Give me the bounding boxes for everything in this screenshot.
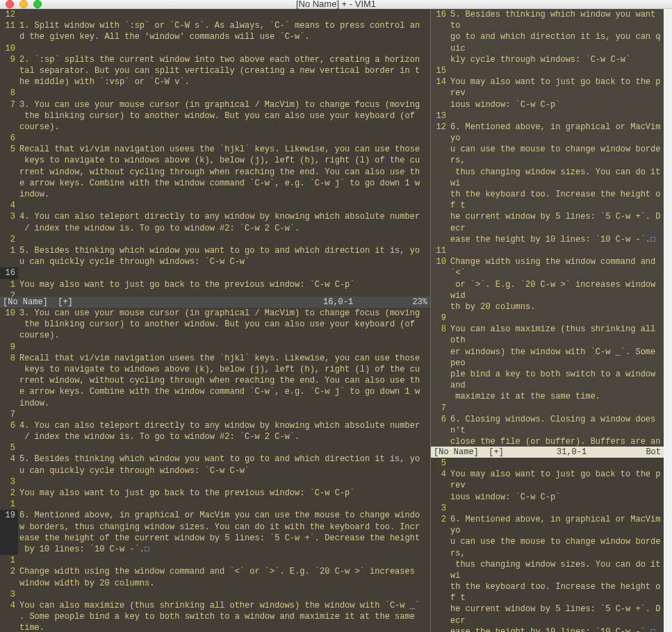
editor-line[interactable]: the blinking cursor) to another window. … <box>0 110 429 122</box>
editor-line[interactable]: 1You may also want to just go back to th… <box>0 279 429 290</box>
line-text[interactable]: You may also want to just go back to the… <box>449 469 662 491</box>
editor-line[interactable]: . Some people bind a key to both switch … <box>0 611 429 622</box>
line-text[interactable] <box>18 409 429 420</box>
editor-line[interactable]: kly cycle through windows: `C-w C-w` <box>431 54 662 65</box>
line-text[interactable] <box>449 65 662 76</box>
line-text[interactable]: go to and which direction it is, you can… <box>449 31 662 53</box>
editor-line[interactable]: u can use the mouse to change window bor… <box>431 144 662 166</box>
line-text[interactable]: thus changing window sizes. You can do i… <box>449 559 662 581</box>
line-text[interactable] <box>449 110 662 122</box>
editor-line[interactable]: th the keyboard too. Increase the height… <box>431 189 662 211</box>
editor-line[interactable]: or `>`. E.g. `20 C-w >` increases window… <box>431 279 662 301</box>
line-text[interactable]: the blinking cursor) to another window. … <box>18 110 429 122</box>
line-text[interactable]: ious window: `C-w C-p` <box>449 492 662 503</box>
line-text[interactable] <box>18 476 429 488</box>
line-text[interactable]: indow. <box>18 189 429 200</box>
editor-line[interactable]: course). <box>0 330 429 341</box>
line-text[interactable] <box>449 503 662 514</box>
editor-line[interactable]: 196. Mentioned above, in graphical or Ma… <box>0 510 429 521</box>
line-text[interactable]: Change width using the window command an… <box>18 566 429 577</box>
editor-line[interactable]: indow. <box>0 189 429 200</box>
line-text[interactable] <box>18 9 429 20</box>
line-text[interactable]: 6. Mentioned above, in graphical or MacV… <box>18 510 429 521</box>
minimize-icon[interactable] <box>19 0 28 8</box>
line-text[interactable] <box>18 442 429 454</box>
line-text[interactable]: u can use the mouse to change window bor… <box>449 536 662 558</box>
editor-line[interactable]: 2 <box>0 290 429 297</box>
line-text[interactable]: th the keyboard too. Increase the height… <box>449 581 662 604</box>
line-text[interactable]: 4. You can also teleport directly to any… <box>18 211 429 222</box>
editor-line[interactable]: e arrow keys. Combine with the window co… <box>0 386 429 397</box>
line-text[interactable]: ious window: `C-w C-p` <box>449 99 662 110</box>
line-text[interactable]: close the file (or buffer). Buffers are … <box>449 436 662 447</box>
line-text[interactable]: You can also maximize (thus shrinking al… <box>18 600 429 611</box>
editor-line[interactable]: 111. Split window with `:sp` or `C-W s`.… <box>0 20 429 31</box>
line-text[interactable] <box>18 555 429 566</box>
text-area[interactable]: 54You may also want to just go back to t… <box>431 458 664 632</box>
line-text[interactable]: 5. Besides thinking which window you wan… <box>449 9 662 31</box>
editor-line[interactable]: 10Change width using the window command … <box>431 256 662 278</box>
editor-line[interactable]: keys to navigate to windows above (k), b… <box>0 364 429 375</box>
line-text[interactable] <box>18 234 429 245</box>
line-text[interactable]: 2. `:sp` splits the current window into … <box>18 54 429 65</box>
editor-line[interactable]: w borders, thus changing window sizes. Y… <box>0 522 429 533</box>
editor-line[interactable]: ease the height by 10 lines: `10 C-w -`.… <box>431 626 662 632</box>
line-text[interactable]: rrent window, without cycling through wh… <box>18 167 429 178</box>
scrollbar[interactable] <box>664 9 672 632</box>
line-text[interactable]: keys to navigate to windows above (k), b… <box>18 155 429 166</box>
line-text[interactable] <box>449 458 662 469</box>
line-text[interactable]: ease the height by 10 lines: `10 C-w -`.… <box>449 234 662 245</box>
line-text[interactable]: ease the height by 10 lines: `10 C-w -`.… <box>449 626 662 632</box>
line-text[interactable]: course). <box>18 122 429 133</box>
editor-line[interactable]: go to and which direction it is, you can… <box>431 31 662 53</box>
editor-line[interactable]: 2 <box>0 234 429 245</box>
editor-line[interactable]: close the file (or buffer). Buffers are … <box>431 436 662 447</box>
editor-line[interactable]: keys to navigate to windows above (k), b… <box>0 155 429 166</box>
text-area[interactable]: 103. You can use your mouse cursor (in g… <box>0 308 430 632</box>
line-text[interactable]: ease the height of the current window by… <box>18 533 429 544</box>
line-text[interactable]: 5. Besides thinking which window you wan… <box>18 245 429 256</box>
line-text[interactable]: You may also want to just go back to the… <box>449 76 662 99</box>
zoom-icon[interactable] <box>33 0 42 8</box>
line-text[interactable]: time. <box>18 622 429 632</box>
line-text[interactable]: he middle) with `:vsp` or `C-W v`. <box>18 76 429 88</box>
editor-line[interactable]: indow. <box>0 398 429 409</box>
editor-line[interactable]: 126. Mentioned above, in graphical or Ma… <box>431 122 662 144</box>
editor-line[interactable]: 5 <box>0 442 429 454</box>
text-area[interactable]: 165. Besides thinking which window you w… <box>431 9 664 447</box>
editor-line[interactable]: 7 <box>0 409 429 420</box>
editor-line[interactable]: time. <box>0 622 429 632</box>
line-text[interactable]: u can quickly cycle through windows: `C-… <box>18 465 429 476</box>
editor-line[interactable]: 4You may also want to just go back to th… <box>431 469 662 491</box>
line-text[interactable]: tal separator. But you can split vertica… <box>18 65 429 76</box>
editor-line[interactable]: 1 <box>0 499 429 510</box>
line-text[interactable]: 6. Closing windows. Closing a window doe… <box>449 414 662 436</box>
line-text[interactable]: 3. You can use your mouse cursor (in gra… <box>18 99 429 110</box>
line-text[interactable] <box>18 267 429 278</box>
editor-line[interactable]: ious window: `C-w C-p` <box>431 99 662 110</box>
pane-top-left[interactable]: 12111. Split window with `:sp` or `C-W s… <box>0 9 430 308</box>
editor-line[interactable]: d the given key. All the 'window' comman… <box>0 31 429 42</box>
line-text[interactable]: 6. Mentioned above, in graphical or MacV… <box>449 514 662 536</box>
line-text[interactable] <box>449 245 662 256</box>
line-text[interactable]: or `>`. E.g. `20 C-w >` increases window… <box>449 279 662 301</box>
line-text[interactable]: th by 20 columns. <box>449 301 662 313</box>
editor-line[interactable]: the blinking cursor) to another window. … <box>0 319 429 330</box>
editor-line[interactable]: / index the window is. To go to window #… <box>0 223 429 234</box>
line-text[interactable] <box>18 589 429 600</box>
editor-line[interactable]: course). <box>0 122 429 133</box>
editor-line[interactable]: ease the height of the current window by… <box>0 533 429 544</box>
editor-line[interactable]: 9 <box>0 342 429 353</box>
line-text[interactable]: 3. You can use your mouse cursor (in gra… <box>18 308 429 319</box>
line-text[interactable]: the blinking cursor) to another window. … <box>18 319 429 330</box>
line-text[interactable] <box>18 290 429 297</box>
line-text[interactable]: Change width using the window command an… <box>449 256 662 278</box>
editor-line[interactable]: 11 <box>431 245 662 256</box>
line-text[interactable]: d the given key. All the 'window' comman… <box>18 31 429 42</box>
editor-line[interactable]: 66. Closing windows. Closing a window do… <box>431 414 662 436</box>
editor-line[interactable]: 3 <box>0 589 429 600</box>
line-text[interactable]: er windows) the window with `C-w _`. Som… <box>449 347 662 369</box>
line-text[interactable]: 1. Split window with `:sp` or `C-W s`. A… <box>18 20 429 31</box>
editor-line[interactable]: u can quickly cycle through windows: `C-… <box>0 256 429 267</box>
line-text[interactable]: he current window by 5 lines: `5 C-w +`.… <box>449 211 662 233</box>
